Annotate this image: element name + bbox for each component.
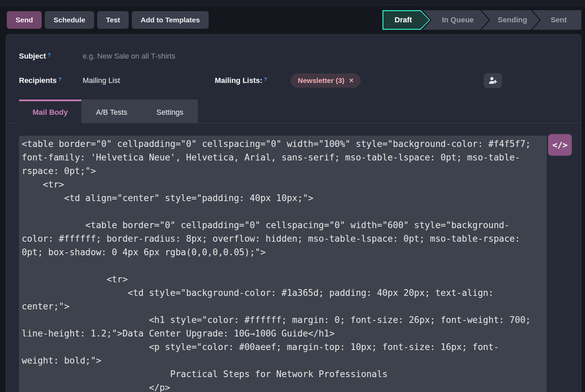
code-content: <table border="0" cellpadding="0" cellsp… <box>22 137 544 392</box>
subject-label-cell: Subject? <box>19 52 83 61</box>
send-button[interactable]: Send <box>7 11 42 29</box>
mailing-lists-label-cell: Mailing Lists:? <box>215 76 291 85</box>
html-code-editor[interactable]: <table border="0" cellpadding="0" cellsp… <box>19 136 547 392</box>
stepper-step-sending: Sending <box>481 10 540 30</box>
schedule-button[interactable]: Schedule <box>45 11 94 29</box>
add-to-templates-button[interactable]: Add to Templates <box>132 11 209 29</box>
recipients-label: Recipients <box>19 76 57 85</box>
tab-mail-body-label: Mail Body <box>33 108 68 117</box>
campaign-toolbar: Send Schedule Test Add to Templates Draf… <box>0 6 585 34</box>
editor-tabs: Mail Body A/B Tests Settings <box>19 100 198 123</box>
recipients-type-select[interactable]: Mailing List <box>83 76 215 85</box>
code-view-toggle-button[interactable]: </> <box>548 134 572 156</box>
stepper-step-in-queue-label: In Queue <box>442 16 474 24</box>
recipients-label-cell: Recipients? <box>19 76 83 85</box>
stepper-step-in-queue: In Queue <box>423 10 489 30</box>
tab-ab-tests-label: A/B Tests <box>96 108 127 117</box>
subject-help-icon[interactable]: ? <box>47 52 50 58</box>
test-button[interactable]: Test <box>97 11 129 29</box>
mailing-lists-help-icon[interactable]: ? <box>264 76 267 82</box>
recipients-help-icon[interactable]: ? <box>58 76 61 82</box>
subject-row: Subject? <box>19 46 567 66</box>
subject-input[interactable] <box>83 52 388 61</box>
person-add-icon <box>488 76 498 85</box>
recipients-row: Recipients? Mailing List Mailing Lists:?… <box>19 70 581 91</box>
remove-list-icon[interactable]: × <box>349 77 354 84</box>
selected-list-tag: Newsletter (3) × <box>291 73 361 88</box>
add-subscriber-button[interactable] <box>484 73 502 88</box>
stepper-step-sending-label: Sending <box>498 16 527 24</box>
tab-mail-body[interactable]: Mail Body <box>19 100 81 123</box>
selected-list-tag-label: Newsletter (3) <box>298 77 344 85</box>
window-top-strip <box>0 0 585 5</box>
code-icon: </> <box>552 140 567 150</box>
stepper-step-draft-fill: Draft <box>383 11 429 29</box>
stepper-step-draft-label: Draft <box>395 16 412 24</box>
stepper-step-draft: Draft <box>382 10 430 30</box>
status-stepper: Draft In Queue Sending Sent <box>382 10 581 30</box>
tab-settings[interactable]: Settings <box>142 100 198 123</box>
subject-label: Subject <box>19 52 46 60</box>
tab-settings-label: Settings <box>156 108 184 117</box>
mailing-lists-label: Mailing Lists: <box>215 76 263 85</box>
campaign-editor-panel: Subject? Recipients? Mailing List Mailin… <box>6 34 581 392</box>
stepper-step-sent-label: Sent <box>551 16 567 24</box>
tab-ab-tests[interactable]: A/B Tests <box>81 100 142 123</box>
